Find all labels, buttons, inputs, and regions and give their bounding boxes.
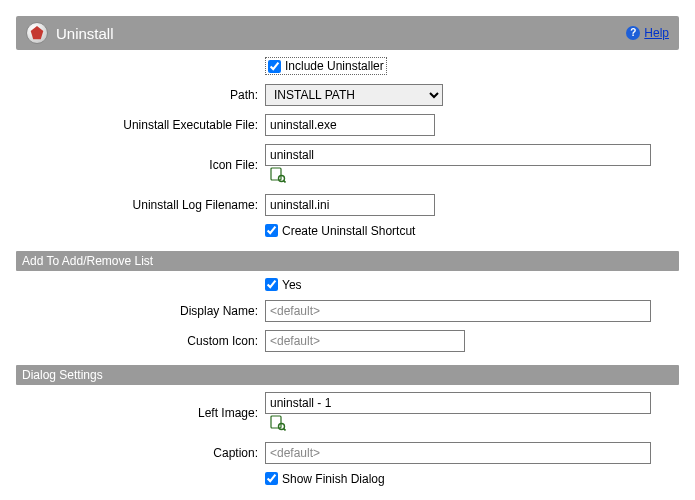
path-select[interactable]: INSTALL PATH [265, 84, 443, 106]
svg-line-5 [284, 428, 286, 430]
icon-file-label: Icon File: [16, 143, 264, 187]
left-image-browse-button[interactable] [269, 414, 287, 432]
add-remove-yes-label: Yes [282, 278, 302, 292]
help-icon: ? [626, 26, 640, 40]
left-image-label: Left Image: [16, 391, 264, 435]
create-shortcut-label: Create Uninstall Shortcut [282, 224, 415, 238]
exe-file-input[interactable] [265, 114, 435, 136]
help-link[interactable]: Help [644, 26, 669, 40]
show-finish-label: Show Finish Dialog [282, 472, 385, 486]
icon-file-browse-button[interactable] [269, 166, 287, 184]
exe-file-label: Uninstall Executable File: [16, 113, 264, 137]
add-remove-yes-checkbox-group[interactable]: Yes [265, 278, 675, 292]
caption-label: Caption: [16, 441, 264, 465]
custom-icon-label: Custom Icon: [16, 329, 264, 353]
section-dialog-settings: Dialog Settings [16, 365, 679, 385]
include-uninstaller-checkbox[interactable] [268, 60, 281, 73]
path-label: Path: [16, 83, 264, 107]
display-name-input[interactable] [265, 300, 651, 322]
svg-line-2 [284, 180, 286, 182]
include-uninstaller-checkbox-group[interactable]: Include Uninstaller [265, 57, 387, 75]
include-uninstaller-label: Include Uninstaller [285, 59, 384, 73]
page-title: Uninstall [56, 25, 626, 42]
create-shortcut-checkbox[interactable] [265, 224, 278, 237]
show-finish-checkbox[interactable] [265, 472, 278, 485]
add-remove-yes-checkbox[interactable] [265, 278, 278, 291]
section-add-remove: Add To Add/Remove List [16, 251, 679, 271]
caption-input[interactable] [265, 442, 651, 464]
show-finish-checkbox-group[interactable]: Show Finish Dialog [265, 472, 675, 486]
log-file-input[interactable] [265, 194, 435, 216]
header-bar: Uninstall ? Help [16, 16, 679, 50]
svg-rect-3 [271, 416, 281, 428]
log-file-label: Uninstall Log Filename: [16, 193, 264, 217]
custom-icon-input[interactable] [265, 330, 465, 352]
create-shortcut-checkbox-group[interactable]: Create Uninstall Shortcut [265, 224, 675, 238]
svg-rect-0 [271, 168, 281, 180]
display-name-label: Display Name: [16, 299, 264, 323]
icon-file-input[interactable] [265, 144, 651, 166]
app-pentagon-icon [26, 22, 48, 44]
left-image-input[interactable] [265, 392, 651, 414]
